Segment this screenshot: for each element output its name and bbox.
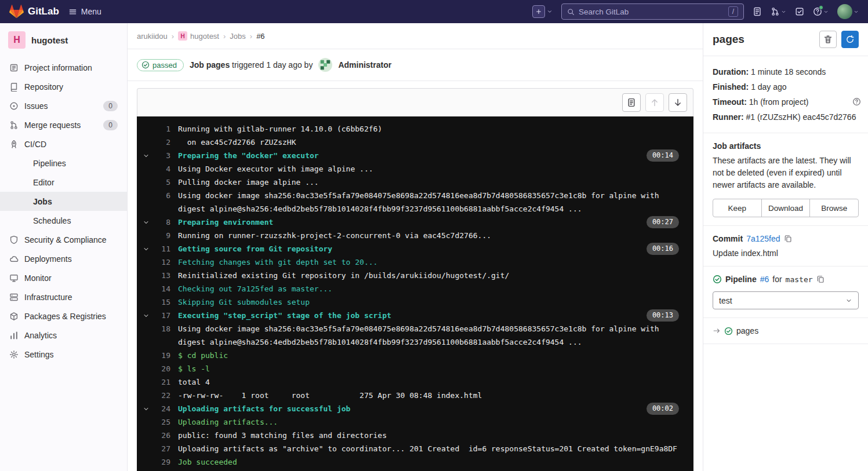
log-line-number[interactable]: 27 xyxy=(152,442,170,455)
scroll-bottom-button[interactable] xyxy=(669,93,687,112)
log-line[interactable]: 8Preparing environment00:27 xyxy=(137,216,693,229)
question-icon[interactable] xyxy=(852,97,861,106)
global-search[interactable]: / xyxy=(561,3,744,20)
log-line-number[interactable]: 11 xyxy=(152,242,170,255)
commit-message: Update index.html xyxy=(713,249,859,258)
log-line-number[interactable]: 9 xyxy=(152,229,170,242)
sidebar-item-jobs[interactable]: Jobs xyxy=(0,192,127,211)
scroll-top-button[interactable] xyxy=(645,93,664,112)
log-line-number[interactable]: 20 xyxy=(152,362,170,375)
retry-button[interactable] xyxy=(841,31,859,48)
log-line-number[interactable]: 2 xyxy=(152,136,170,149)
sidebar-item-repository[interactable]: Repository xyxy=(0,77,127,96)
sidebar-item-pipelines[interactable]: Pipelines xyxy=(0,154,127,173)
log-line-number[interactable]: 12 xyxy=(152,255,170,269)
detail-row-runner: Runner: #1 (rZUZszHK) eac45c7d2766 xyxy=(713,109,859,125)
log-line[interactable]: 24Uploading artifacts for successful job… xyxy=(137,402,693,415)
log-line-number[interactable]: 24 xyxy=(152,402,170,415)
copy-branch-icon[interactable] xyxy=(816,275,825,283)
breadcrumb-item-arukiidou[interactable]: arukiidou xyxy=(137,32,168,41)
todos-icon[interactable] xyxy=(795,7,804,16)
chevron-spacer xyxy=(140,362,152,366)
stage-job-link[interactable]: pages xyxy=(736,326,758,335)
browse-button[interactable]: Browse xyxy=(809,199,859,217)
log-line-number[interactable]: 18 xyxy=(152,322,170,335)
log-line[interactable]: 11Getting source from Git repository00:1… xyxy=(137,242,693,255)
branch-link[interactable]: master xyxy=(786,275,813,284)
log-line-number[interactable]: 17 xyxy=(152,309,170,322)
project-avatar-icon: H xyxy=(178,31,187,41)
log-line: 27Uploading artifacts as "archive" to co… xyxy=(137,442,693,455)
show-raw-button[interactable] xyxy=(622,93,641,112)
breadcrumb-item-jobs[interactable]: Jobs xyxy=(230,32,245,41)
breadcrumb-item-6[interactable]: #6 xyxy=(256,32,264,41)
sidebar-item-packages-registries[interactable]: Packages & Registries xyxy=(0,306,127,326)
stage-dropdown-value: test xyxy=(719,296,732,305)
user-menu[interactable] xyxy=(837,4,859,19)
copy-commit-icon[interactable] xyxy=(784,235,792,243)
sidebar-item-merge-requests[interactable]: Merge requests0 xyxy=(0,115,127,134)
sidebar-item-security-compliance[interactable]: Security & Compliance xyxy=(0,230,127,249)
sidebar-item-analytics[interactable]: Analytics xyxy=(0,326,127,345)
log-line-number[interactable]: 14 xyxy=(152,282,170,295)
project-information-icon xyxy=(9,63,19,72)
sidebar-item-editor[interactable]: Editor xyxy=(0,173,127,192)
log-line[interactable]: 17Executing "step_script" stage of the j… xyxy=(137,309,693,322)
chevron-spacer xyxy=(140,442,152,446)
sidebar-item-project-information[interactable]: Project information xyxy=(0,58,127,77)
plus-icon xyxy=(532,5,545,18)
notification-dot xyxy=(819,5,823,10)
sidebar-item-schedules[interactable]: Schedules xyxy=(0,211,127,230)
sidebar-item-ci-cd[interactable]: CI/CD xyxy=(0,134,127,154)
ci-cd-icon xyxy=(9,140,19,149)
pipeline-number-link[interactable]: #6 xyxy=(760,275,769,284)
log-line-number[interactable]: 22 xyxy=(152,389,170,402)
log-line[interactable]: 3Preparing the "docker" executor00:14 xyxy=(137,149,693,162)
tanuki-icon xyxy=(9,5,24,19)
gitlab-logo[interactable]: GitLab xyxy=(9,5,59,19)
log-line-number[interactable]: 21 xyxy=(152,375,170,389)
log-line-number[interactable]: 29 xyxy=(152,455,170,469)
log-line-number[interactable]: 6 xyxy=(152,189,170,202)
log-line-number[interactable]: 13 xyxy=(152,269,170,282)
status-badge[interactable]: passed xyxy=(137,59,184,71)
log-line-number[interactable]: 25 xyxy=(152,415,170,429)
stage-dropdown[interactable]: test xyxy=(713,291,859,309)
infrastructure-icon xyxy=(9,293,19,302)
sidebar-item-issues[interactable]: Issues0 xyxy=(0,96,127,115)
sidebar-item-deployments[interactable]: Deployments xyxy=(0,249,127,268)
log-line: 25Uploading artifacts... xyxy=(137,415,693,429)
project-name: hugotest xyxy=(31,35,68,45)
log-line-number[interactable]: 8 xyxy=(152,216,170,229)
author-name[interactable]: Administrator xyxy=(338,60,391,70)
issues-icon[interactable] xyxy=(753,7,762,16)
breadcrumb-separator: › xyxy=(223,32,226,41)
sidebar-item-settings[interactable]: Settings xyxy=(0,345,127,364)
breadcrumb-item-hugotest[interactable]: Hhugotest xyxy=(178,31,219,41)
commit-sha-link[interactable]: 7a125fed xyxy=(746,234,780,243)
new-menu-button[interactable] xyxy=(532,5,553,18)
keep-button[interactable]: Keep xyxy=(713,199,762,217)
sidebar-item-infrastructure[interactable]: Infrastructure xyxy=(0,287,127,306)
trash-icon xyxy=(823,35,833,44)
log-line-number[interactable]: 26 xyxy=(152,429,170,442)
erase-log-button[interactable] xyxy=(819,31,837,48)
project-header[interactable]: H hugotest xyxy=(0,23,127,58)
log-line: 20$ ls -l xyxy=(137,362,693,375)
log-line-number[interactable]: 4 xyxy=(152,162,170,176)
help-icon[interactable] xyxy=(813,7,829,16)
menu-button[interactable]: Menu xyxy=(68,7,101,16)
job-title: Job pages triggered 1 day ago by xyxy=(190,60,313,70)
search-input[interactable] xyxy=(579,8,724,16)
author-avatar[interactable] xyxy=(318,58,332,72)
log-line: 18Using docker image sha256:0ac33e5f5afa… xyxy=(137,322,693,349)
chevron-down-icon xyxy=(140,402,152,412)
merge-requests-icon[interactable] xyxy=(771,7,786,16)
log-line-number[interactable]: 15 xyxy=(152,295,170,309)
download-button[interactable]: Download xyxy=(761,199,811,217)
log-line-number[interactable]: 3 xyxy=(152,149,170,162)
log-line-number[interactable]: 19 xyxy=(152,349,170,362)
sidebar-item-monitor[interactable]: Monitor xyxy=(0,268,127,287)
log-line-number[interactable]: 1 xyxy=(152,122,170,136)
log-line-number[interactable]: 5 xyxy=(152,176,170,189)
